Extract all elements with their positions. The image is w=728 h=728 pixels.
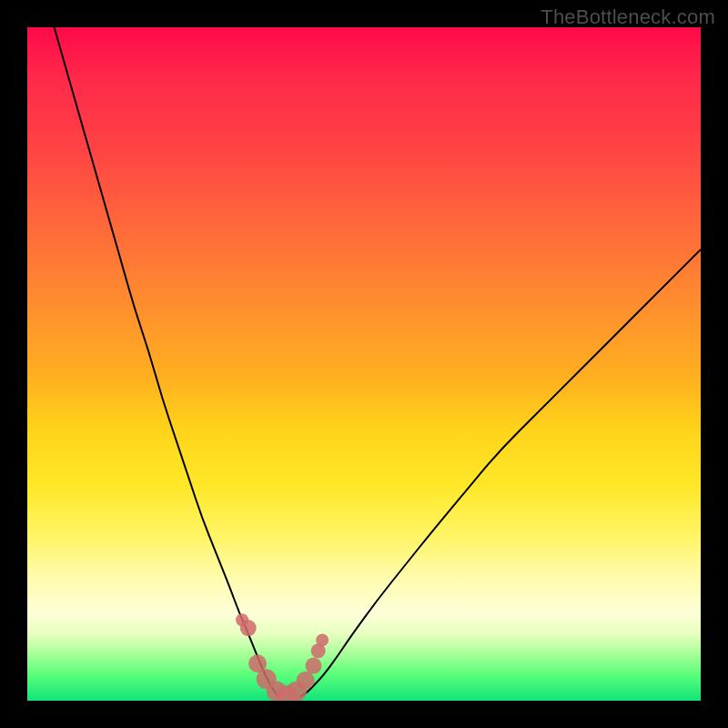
valley-dot <box>297 672 315 690</box>
valley-dot <box>316 633 329 646</box>
left-curve-path <box>55 27 279 697</box>
plot-area <box>27 27 701 701</box>
valley-dots-group <box>236 613 329 701</box>
valley-dot <box>306 658 322 674</box>
watermark-text: TheBottleneck.com <box>541 5 715 29</box>
right-curve-path <box>300 249 701 696</box>
chart-frame: TheBottleneck.com <box>0 0 728 728</box>
chart-svg <box>27 27 701 701</box>
valley-dot <box>240 620 257 636</box>
